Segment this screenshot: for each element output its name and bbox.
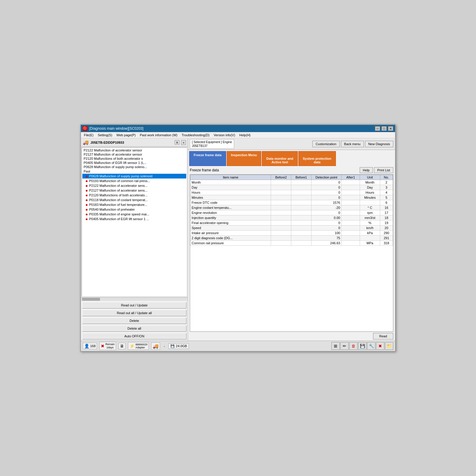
dtc-past-7[interactable]: ● P0183 Malfunction of fuel temperature.… [82,202,186,207]
dtc-past-9[interactable]: ● P0335 Malfunction of engine speed mai.… [82,212,186,217]
dtc-current-1[interactable]: P2122 Malfunction of accelerator sensor [82,148,186,152]
nav-a-button[interactable]: a [175,140,179,145]
cell-unit: Minutes [360,195,380,200]
tab-freeze-frame-label: Freeze frame data [194,153,222,157]
top-buttons: Customization Back menu New Diagnosis [312,141,393,147]
read-out-update-button[interactable]: Read out / Update [82,302,187,309]
app-icon: 🔴 [83,126,87,131]
dtc-past-3[interactable]: ● P2122 Malfunction of accelerator sens.… [82,183,186,188]
cell-item-name: Speed [190,226,271,231]
tab-data-monitor[interactable]: Data monitor and Active test [262,151,298,166]
auto-off-on-button[interactable]: Auto OFF/ON [82,333,187,339]
bullet-icon-10: ● [85,217,88,221]
cell-before2 [271,236,291,241]
equipment-info: [ Selected Equipment ] Engine J05ETB137 [190,139,234,149]
toolbar-folder-button[interactable]: 📁 [385,342,393,350]
toolbar-erase-button[interactable]: 🗑 [349,342,358,350]
dtc-current-5[interactable]: P0628 Malfunction of supply pump soleno.… [82,165,186,169]
cell-before2 [271,195,291,200]
cell-item-name: Engine coolant temperatu... [190,205,271,210]
cell-after1 [342,205,360,210]
cell-no: 291 [380,236,393,241]
cell-item-name: Freeze DTC code [190,200,271,205]
cell-before1 [291,190,311,195]
cell-no: 20 [380,226,393,231]
table-row: Injection quantity0.00mm3/st18 [190,215,393,220]
tab-data-monitor-label: Data monitor and Active test [266,157,293,164]
dtc-past-4[interactable]: ● P2127 Malfunction of accelerator sens.… [82,188,186,193]
read-out-all-button[interactable]: Read out all / Update all [82,310,187,316]
toolbar-grid-button[interactable]: ⊞ [331,342,340,350]
print-list-button[interactable]: Print List [374,167,393,173]
cell-unit: ° C [360,205,380,210]
tab-inspection-menu[interactable]: Inspection Menu [227,151,262,166]
equipment-label: [ Selected Equipment ] Engine [192,140,232,144]
menu-help[interactable]: Help(H) [237,133,252,137]
toolbar-tool-button[interactable]: 🔧 [367,342,375,350]
delete-button[interactable]: Delete [82,317,187,324]
dtc-past-5[interactable]: ● P2120 Malfunctions of both accelerato.… [82,193,186,198]
cell-no: 4 [380,190,393,195]
remain-label: Remain [105,343,115,346]
minimize-button[interactable]: ─ [375,126,380,131]
new-diagnosis-button[interactable]: New Diagnosis [365,141,393,147]
menu-setting[interactable]: Setting(S) [96,133,114,137]
dtc-current-4[interactable]: P0405 Malfunction of EGR lift sensor 1 (… [82,161,186,165]
dtc-current-3[interactable]: P2120 Malfunctions of both accelerator s [82,156,186,161]
cell-detect: 0 [311,185,342,190]
cell-before1 [291,220,311,226]
tab-freeze-frame[interactable]: Freeze frame data [189,151,226,166]
dtc-past-10[interactable]: ● P0405 Malfunction of EGR lift sensor 1… [82,217,186,221]
dtc-past-1[interactable]: ● P0628 Malfunction of supply pump solen… [82,174,186,178]
cell-before2 [271,180,291,185]
col-header-detect: Detection point [311,175,342,180]
toolbar-edit-button[interactable]: ✏ [340,342,349,350]
cell-no: 290 [380,231,393,236]
maximize-button[interactable]: □ [381,126,387,131]
nav-back-button[interactable]: « [181,140,186,145]
right-panel: [ Selected Equipment ] Engine J05ETB137 … [188,138,395,341]
dtc-current-2[interactable]: P2127 Malfunction of accelerator sensor [82,152,186,156]
freeze-frame-area: Freeze frame data Help Print List Item n… [188,166,395,341]
back-menu-button[interactable]: Back menu [341,141,364,147]
dtc-past-3-text: P2122 Malfunction of accelerator sens... [89,184,147,187]
read-button[interactable]: Read [373,333,393,339]
cell-no: 318 [380,241,393,246]
ff-header-row: Freeze frame data Help Print List [190,167,393,173]
menu-webpage[interactable]: Web page(P) [115,133,137,137]
menu-past-work[interactable]: Past work information (W) [138,133,179,137]
cell-item-name: Minutes [190,195,271,200]
dtc-past-8[interactable]: ● P0540 Malfunction of preheater [82,207,186,212]
tab-system-protection[interactable]: System protection data [298,151,336,166]
close-button[interactable]: ✕ [388,126,393,131]
dtc-past-2[interactable]: ● P0193 Malfunction of common rail press… [82,178,186,183]
table-row: Day0Day3 [190,185,393,190]
tab-row: Freeze frame data Inspection Menu Data m… [188,150,395,166]
menu-bar: File(E) Setting(S) Web page(P) Past work… [81,132,395,138]
dtc-list[interactable]: P2122 Malfunction of accelerator sensor … [82,147,187,297]
cell-after1 [342,190,360,195]
adapter-status-item: ⚡ 88890020 Adapter [128,342,149,350]
truck-status-icon: 🚚 [153,343,159,349]
remain-box: Remain 1days [105,343,115,349]
dtc-past-6[interactable]: ● P0118 Malfunction of coolant temperat.… [82,198,186,202]
cell-item-name: Hours [190,190,271,195]
menu-version-info[interactable]: Version info(V) [212,133,237,137]
customization-button[interactable]: Customization [312,141,340,147]
cell-after1 [342,180,360,185]
menu-file[interactable]: File(E) [82,133,95,137]
dtc-past-2-text: P0193 Malfunction of common rail press..… [89,179,150,183]
cell-unit: mm3/st [360,215,380,220]
disk-info: 💾 24.0GB [168,343,189,349]
delete-all-button[interactable]: Delete all [82,325,187,332]
toolbar-close-button[interactable]: ✖ [376,342,384,350]
cell-after1 [342,185,360,190]
toolbar-save-button[interactable]: 💾 [358,342,367,350]
help-button[interactable]: Help [360,167,373,173]
scrollbar-thumb[interactable] [82,298,100,301]
table-row: 2 digit diagnosis code (DG...75291 [190,236,393,241]
horizontal-scrollbar[interactable] [81,297,188,301]
computer-icon: 🖥 [120,344,124,348]
cell-no: 6 [380,200,393,205]
menu-troubleshooting[interactable]: Troubleshooting(D) [180,133,211,137]
